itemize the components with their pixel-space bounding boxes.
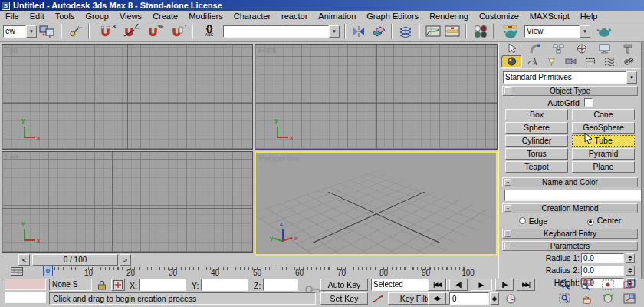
schematic-view-button[interactable] (444, 24, 461, 39)
menu-item[interactable]: Group (80, 12, 114, 21)
panel-scrollbar[interactable] (641, 42, 644, 279)
pan-button[interactable] (577, 292, 596, 305)
menu-item[interactable]: Animation (313, 12, 361, 21)
menu-item[interactable]: Customize (474, 12, 524, 21)
dropdown-arrow-icon[interactable]: ▼ (580, 25, 590, 38)
menu-item[interactable]: Tools (50, 12, 80, 21)
menu-item[interactable]: Modifiers (183, 12, 228, 21)
previous-frame-button[interactable]: ◀|| (449, 279, 468, 291)
menu-item[interactable]: File (0, 12, 25, 21)
key-filters-button[interactable]: Key Filters... (388, 292, 457, 305)
object-type-button[interactable]: Cylinder (505, 135, 568, 147)
time-slider-prev-button[interactable]: < (18, 254, 30, 266)
rollout-collapse-icon[interactable]: - (504, 179, 511, 186)
object-type-button[interactable]: Pyramid (572, 148, 635, 160)
category-helpers[interactable] (580, 55, 600, 68)
set-key-button[interactable]: Set Key (320, 292, 368, 305)
material-editor-button[interactable] (472, 24, 488, 39)
rollout-collapse-icon[interactable]: - (504, 205, 511, 212)
y-coordinate-field[interactable] (201, 279, 248, 291)
viewport-top[interactable]: Top y x (2, 44, 253, 150)
parameter-field[interactable]: 0.0 (581, 253, 624, 263)
viewport-perspective[interactable]: Perspective z x y (255, 151, 498, 256)
min-max-toggle-button[interactable] (620, 292, 639, 305)
radio-center[interactable]: Center (587, 216, 622, 226)
time-slider[interactable]: < 0 / 100 > (2, 254, 253, 266)
menu-item[interactable]: Views (114, 12, 147, 21)
dropdown-arrow-icon[interactable]: ▼ (329, 25, 340, 38)
render-scene-button[interactable] (499, 24, 522, 39)
rollout-creation-method[interactable]: - Creation Method (502, 203, 638, 213)
object-type-button[interactable]: Torus (505, 148, 568, 160)
menu-item[interactable]: Graph Editors (361, 12, 424, 21)
spinner-control[interactable] (626, 266, 635, 276)
parameter-field[interactable]: 0.0 (581, 266, 624, 276)
viewport-front[interactable]: Front y x (255, 44, 498, 150)
time-slider-next-button[interactable]: > (120, 254, 131, 266)
viewport-label[interactable]: Perspective (259, 154, 299, 163)
absolute-mode-toggle[interactable] (111, 279, 125, 291)
category-lights[interactable] (542, 55, 561, 68)
key-mode-toggle-button[interactable]: ◀▶ (428, 292, 446, 305)
snap-toggle-3d-button[interactable]: 3 (94, 24, 116, 39)
mirror-button[interactable] (350, 24, 367, 39)
named-selection-field[interactable]: ▼ (223, 25, 340, 38)
rollout-object-type[interactable]: - Object Type (502, 86, 638, 96)
render-type-dropdown[interactable]: View ▼ (524, 25, 590, 38)
dropdown-arrow-icon[interactable]: ▼ (26, 25, 37, 38)
select-and-link-button[interactable] (67, 24, 84, 39)
spinner-control[interactable] (626, 253, 635, 263)
named-selection-sets-button[interactable]: {} ABC (198, 24, 221, 39)
auto-key-button[interactable]: Auto Key (320, 279, 368, 291)
rollout-parameters[interactable]: - Parameters (502, 241, 638, 251)
selection-set-status[interactable]: None S (49, 279, 92, 291)
menu-item[interactable]: Help (575, 12, 603, 21)
object-type-button[interactable]: Sphere (505, 122, 568, 134)
play-button[interactable]: ▶ (471, 279, 492, 291)
spinner-snap-button[interactable]: ↕ (166, 24, 187, 39)
object-type-button[interactable]: Tube (572, 135, 635, 147)
category-geometry[interactable] (501, 55, 522, 68)
angle-snap-button[interactable]: ∠ (118, 24, 140, 39)
frame-spinner[interactable] (490, 292, 499, 305)
default-tangent-button[interactable] (371, 292, 385, 305)
object-name-field[interactable] (504, 190, 642, 201)
current-frame-marker[interactable]: 0 (43, 266, 53, 276)
category-dropdown[interactable]: Standard Primitives ▼ (503, 71, 637, 84)
menu-item[interactable]: Character (228, 12, 276, 21)
rollout-expand-icon[interactable]: + (504, 230, 511, 237)
curve-editor-button[interactable] (425, 24, 442, 39)
object-type-button[interactable]: GeoSphere (572, 122, 635, 134)
category-shapes[interactable] (522, 55, 541, 68)
region-zoom-button[interactable] (556, 292, 574, 305)
rollout-keyboard-entry[interactable]: + Keyboard Entry (502, 229, 638, 239)
z-coordinate-field[interactable] (263, 279, 298, 291)
tab-display[interactable] (593, 43, 616, 54)
align-button[interactable] (370, 24, 386, 39)
zoom-button[interactable] (556, 279, 574, 291)
rollout-collapse-icon[interactable]: - (504, 243, 511, 249)
object-type-button[interactable]: Teapot (505, 161, 568, 173)
rollout-name-and-color[interactable]: - Name and Color (502, 177, 638, 187)
rollout-collapse-icon[interactable]: - (504, 87, 511, 94)
current-frame-field[interactable] (449, 292, 489, 305)
radio-edge[interactable]: Edge (519, 216, 548, 226)
object-type-button[interactable]: Cone (572, 109, 635, 120)
category-cameras[interactable] (561, 55, 580, 68)
quick-render-button[interactable] (593, 24, 616, 39)
tab-hierarchy[interactable] (547, 43, 570, 54)
viewport-left[interactable]: Left y x (2, 151, 253, 253)
go-to-end-button[interactable]: ▶▶| (517, 279, 535, 291)
menu-item[interactable]: MAXScript (524, 12, 575, 21)
viewport-label[interactable]: Front (258, 46, 276, 54)
maxscript-listener-pane[interactable] (5, 292, 46, 303)
track-bar[interactable]: 0 102030405060708090100 (0, 266, 498, 277)
viewport-label[interactable]: Left (5, 154, 18, 162)
tab-utilities[interactable] (616, 43, 639, 54)
menu-item[interactable]: Create (147, 12, 183, 21)
x-coordinate-field[interactable] (139, 279, 186, 291)
object-type-button[interactable]: Box (505, 109, 568, 120)
selection-lock-button[interactable] (95, 279, 108, 291)
zoom-extents-button[interactable] (599, 279, 617, 291)
tab-modify[interactable] (524, 43, 547, 54)
